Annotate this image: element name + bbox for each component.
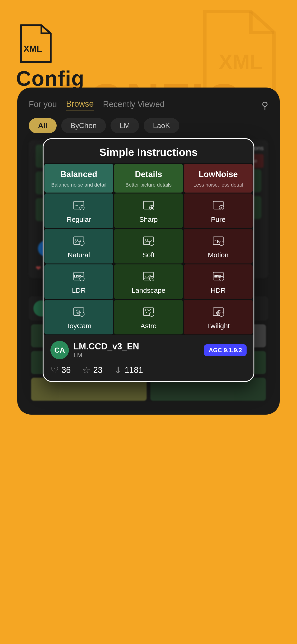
hdr-icon: HDR [211, 270, 225, 284]
item-stats-row: ♡ 36 ☆ 23 ⇓ 1181 [50, 363, 246, 376]
svg-point-34 [147, 309, 147, 310]
phone-bg: For you Browse Recently Viewed ⚲ All ByC… [17, 88, 280, 414]
svg-point-12 [80, 241, 84, 246]
sharp-icon: ◈ [142, 199, 156, 213]
landscape-icon [142, 270, 156, 284]
preset-pure[interactable]: ○ Pure [184, 194, 252, 228]
preset-regular[interactable]: + Regular [44, 194, 113, 228]
preset-header-lownoise[interactable]: LowNoise Less noise, less detail [184, 164, 252, 192]
stars-stat: ☆ 23 [82, 365, 102, 376]
preset-soft-label: Soft [142, 251, 154, 259]
download-icon: ⇓ [114, 365, 122, 376]
item-name-block: LM.CCD_v3_EN LM [74, 342, 139, 359]
svg-text:○: ○ [220, 206, 223, 210]
regular-icon: + [72, 199, 86, 213]
top-section: XML Config [16, 23, 84, 90]
star-icon: ☆ [82, 365, 90, 376]
svg-point-30 [77, 311, 79, 312]
preset-natural[interactable]: Natural [44, 229, 113, 264]
preset-header-balanced[interactable]: Balanced Balance noise and detail [44, 164, 113, 192]
natural-icon [72, 234, 86, 248]
preset-astro[interactable]: Astro [114, 300, 183, 334]
phone-container: For you Browse Recently Viewed ⚲ All ByC… [17, 88, 280, 414]
xml-icon-small: XML [16, 23, 53, 64]
preset-astro-label: Astro [140, 322, 156, 330]
preset-landscape-label: Landscape [132, 286, 166, 294]
heart-icon: ♡ [50, 365, 59, 376]
preset-twilight[interactable]: Twilight [184, 300, 252, 334]
preset-header-details[interactable]: Details Better picture details [114, 164, 183, 192]
downloads-stat: ⇓ 1181 [114, 365, 143, 376]
svg-point-28 [80, 312, 84, 316]
preset-regular-label: Regular [67, 216, 91, 224]
preset-sharp-label: Sharp [139, 216, 158, 224]
preset-sharp[interactable]: ◈ Sharp [114, 194, 183, 228]
preset-pure-label: Pure [211, 216, 226, 224]
presets-grid: Balanced Balance noise and detail Detail… [44, 163, 254, 335]
preset-soft[interactable]: Soft [114, 229, 183, 264]
twilight-icon [211, 306, 225, 319]
svg-text:XML: XML [24, 44, 42, 54]
svg-point-37 [150, 309, 150, 310]
pure-icon: ○ [211, 199, 225, 213]
preset-motion[interactable]: Motion [184, 229, 252, 264]
svg-point-16 [145, 239, 148, 241]
item-name: LM.CCD_v3_EN [74, 342, 139, 352]
preset-toycam[interactable]: ToyCam [44, 300, 113, 334]
item-info-row: CA LM.CCD_v3_EN LM AGC 9.1,9.2 [50, 341, 246, 359]
config-label: Config [16, 67, 84, 90]
preset-twilight-label: Twilight [207, 322, 230, 330]
svg-point-36 [146, 312, 147, 313]
card-footer: CA LM.CCD_v3_EN LM AGC 9.1,9.2 ♡ 36 ☆ [44, 335, 254, 381]
svg-point-18 [219, 241, 224, 246]
motion-icon [211, 234, 225, 248]
preset-hdr[interactable]: HDR HDR [184, 264, 252, 299]
likes-value: 36 [62, 365, 71, 375]
svg-text:HDR: HDR [214, 274, 220, 278]
likes-stat: ♡ 36 [50, 365, 71, 376]
item-author: LM [74, 352, 139, 359]
ldr-icon: LDR [72, 270, 86, 284]
svg-point-39 [219, 312, 224, 316]
filter-bychen[interactable]: ByChen [61, 118, 106, 133]
card-title: Simple Instructions [44, 139, 254, 163]
filter-laok[interactable]: LaoK [144, 118, 179, 133]
svg-point-29 [76, 310, 80, 314]
preset-motion-label: Motion [208, 251, 228, 259]
svg-text:XML: XML [219, 50, 262, 74]
item-avatar: CA [50, 341, 69, 359]
preset-toycam-label: ToyCam [66, 322, 92, 330]
agc-badge: AGC 9.1,9.2 [204, 344, 246, 356]
card-overlay: Simple Instructions Balanced Balance noi… [42, 138, 254, 382]
tab-recently-viewed[interactable]: Recently Viewed [103, 100, 164, 111]
filter-pills: All ByChen LM LaoK [24, 118, 273, 133]
filter-lm[interactable]: LM [110, 118, 139, 133]
preset-landscape[interactable]: Landscape [114, 264, 183, 299]
filter-all[interactable]: All [29, 118, 57, 133]
svg-point-15 [150, 241, 154, 246]
tab-browse[interactable]: Browse [66, 99, 94, 111]
soft-icon [142, 234, 156, 248]
preset-natural-label: Natural [68, 251, 90, 259]
downloads-value: 1181 [124, 365, 143, 375]
preset-ldr[interactable]: LDR LDR [44, 264, 113, 299]
preset-ldr-label: LDR [72, 286, 86, 294]
svg-text:◈: ◈ [150, 206, 154, 210]
svg-point-32 [150, 312, 154, 316]
nav-tabs: For you Browse Recently Viewed ⚲ [24, 97, 273, 111]
preset-hdr-label: HDR [211, 286, 226, 294]
svg-text:+: + [81, 206, 83, 209]
svg-text:LDR: LDR [74, 274, 81, 278]
search-icon[interactable]: ⚲ [262, 100, 268, 110]
tab-for-you[interactable]: For you [29, 100, 57, 111]
svg-point-35 [148, 310, 150, 311]
toycam-icon [72, 306, 86, 319]
astro-icon [142, 306, 156, 319]
stars-value: 23 [93, 365, 102, 375]
svg-point-33 [145, 310, 146, 310]
